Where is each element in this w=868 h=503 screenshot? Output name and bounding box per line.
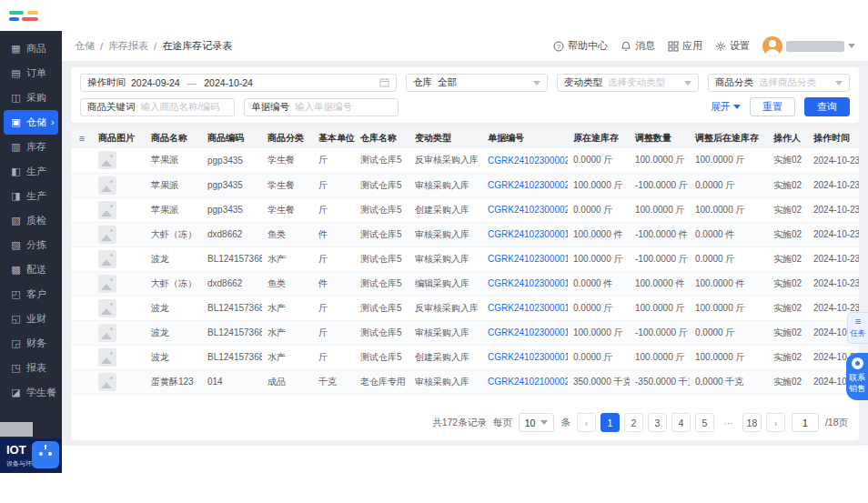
table-row[interactable]: 苹果派pgp3435学生餐斤测试仓库5反审核采购入库CGRK2410230000… xyxy=(71,148,859,173)
pager-page-18[interactable]: 18 xyxy=(742,413,762,432)
change-type-select[interactable]: 变动类型 选择变动类型 xyxy=(557,74,699,92)
cell-before: 100.0000 斤 xyxy=(568,246,630,271)
sidebar-item-orders[interactable]: ▤订单 xyxy=(4,61,58,86)
task-float-button[interactable]: ≡ 任务 xyxy=(847,312,868,344)
pager-prev-button[interactable]: ‹ xyxy=(577,413,596,432)
breadcrumb-item-warehouse[interactable]: 仓储 xyxy=(75,39,95,53)
cell-unit: 千克 xyxy=(313,369,355,394)
cell-before: 0.0000 斤 xyxy=(568,148,630,173)
cell-before: 0.0000 件 xyxy=(568,271,630,296)
doc-no-link[interactable]: CGRK24102300001 xyxy=(488,278,568,288)
sidebar-item-sorting[interactable]: ▨分拣 xyxy=(4,233,58,257)
cell-after: 100.0000 斤 xyxy=(690,148,768,173)
product-image-placeholder xyxy=(98,299,116,317)
product-image-placeholder xyxy=(98,226,116,244)
iot-section[interactable]: IOT 设备与环境 xyxy=(0,438,62,473)
pager-page-4[interactable]: 4 xyxy=(671,413,691,432)
sidebar-item-inventory[interactable]: ▥库存 xyxy=(4,135,58,159)
filter-card: 操作时间 2024-09-24 — 2024-10-24 仓库 全部 xyxy=(71,67,859,123)
per-page-value: 10 xyxy=(525,417,536,428)
pager-page-5[interactable]: 5 xyxy=(695,413,714,432)
sidebar-item-production-2[interactable]: ◨生产 xyxy=(4,184,58,208)
header-actions: ? 帮助中心 消息 应用 xyxy=(553,36,855,56)
cell-change_type: 编辑采购入库 xyxy=(409,271,482,296)
doc-no-label: 单据编号 xyxy=(251,101,289,114)
filter-row-1: 操作时间 2024-09-24 — 2024-10-24 仓库 全部 xyxy=(80,74,850,92)
column-header: 操作时间 xyxy=(808,128,859,148)
sidebar-item-finance[interactable]: ◲财务 xyxy=(4,331,58,356)
doc-no-link[interactable]: CGRK24102300002 xyxy=(488,156,568,166)
sidebar-item-purchase[interactable]: ◫采购 xyxy=(4,86,58,110)
doc-no-link[interactable]: CGRK24102300002 xyxy=(488,180,568,190)
doc-no-link[interactable]: CGRK24102300001 xyxy=(488,327,568,337)
keyword-input[interactable]: 商品关键词 输入商品名称/编码 xyxy=(80,98,235,116)
sidebar-item-quality[interactable]: ▧质检 xyxy=(4,208,58,233)
doc-no-link[interactable]: CGRK24102300001 xyxy=(488,352,568,362)
pager-next-button[interactable]: › xyxy=(766,413,785,432)
doc-no-link[interactable]: CGRK24102300001 xyxy=(488,303,568,313)
table-row[interactable]: 大虾（冻）dxd8662鱼类件测试仓库5编辑采购入库CGRK2410230000… xyxy=(71,271,859,296)
inventory-icon: ▥ xyxy=(10,141,22,153)
table-row[interactable]: 波龙BL124157368水产斤测试仓库5审核采购入库CGRK241023000… xyxy=(71,320,859,345)
category-select[interactable]: 商品分类 选择商品分类 xyxy=(708,74,850,92)
table-row[interactable]: 波龙BL124157368水产斤测试仓库5审核采购入库CGRK241023000… xyxy=(71,246,859,271)
contact-sales-float-button[interactable]: 联系销售 xyxy=(846,353,868,400)
cell-adjust: 100.0000 件 xyxy=(630,271,690,296)
table-row[interactable]: 苹果派pgp3435学生餐斤测试仓库5审核采购入库CGRK24102300002… xyxy=(71,173,859,197)
expand-filters-button[interactable]: 展开 xyxy=(711,100,741,114)
per-page-unit: 条 xyxy=(560,417,570,429)
sidebar-item-biz-finance[interactable]: ◱业财 xyxy=(4,307,58,331)
sidebar-item-reports[interactable]: ◳报表 xyxy=(4,356,58,380)
date-from-value: 2024-09-24 xyxy=(131,77,180,88)
page-jump-input[interactable]: 1 xyxy=(792,413,819,432)
settings-button[interactable]: 设置 xyxy=(715,39,750,53)
cell-after: 100.0000 斤 xyxy=(690,296,768,320)
query-button[interactable]: 查询 xyxy=(804,97,850,116)
calendar-icon xyxy=(379,77,389,89)
table-row[interactable]: 波龙BL124157368水产斤测试仓库5反审核采购入库CGRK24102300… xyxy=(71,296,859,320)
help-center-button[interactable]: ? 帮助中心 xyxy=(553,39,608,53)
sidebar-item-warehouse[interactable]: ▣仓储› xyxy=(4,110,58,135)
sidebar-item-label: 生产 xyxy=(26,189,46,203)
doc-no-link[interactable]: CGRK24102300002 xyxy=(488,205,568,215)
pager-page-2[interactable]: 2 xyxy=(624,413,643,432)
help-icon: ? xyxy=(553,41,564,52)
content-area: 操作时间 2024-09-24 — 2024-10-24 仓库 全部 xyxy=(62,62,868,446)
cell-before: 350.0000 千克 xyxy=(568,369,630,394)
sorting-icon: ▨ xyxy=(10,239,22,251)
doc-no-link[interactable]: CGRK24102100002 xyxy=(488,377,568,387)
table-row[interactable]: 蛋黄酥123014成品千克老仓库专用审核采购入库CGRK241021000023… xyxy=(71,369,859,394)
cell-category: 水产 xyxy=(262,296,313,320)
cell-after: 0.0000 斤 xyxy=(690,320,768,345)
apps-button[interactable]: 应用 xyxy=(668,39,702,53)
per-page-select[interactable]: 10 xyxy=(519,413,555,432)
table-row[interactable]: 波龙BL124157368水产斤测试仓库5创建采购入库CGRK241023000… xyxy=(71,345,859,369)
sidebar-item-production-1[interactable]: ◧生产 xyxy=(4,159,58,184)
cell-unit: 斤 xyxy=(313,148,355,173)
table-row[interactable]: 苹果派pgp3435学生餐斤测试仓库5创建采购入库CGRK24102300002… xyxy=(71,197,859,222)
cell-unit: 件 xyxy=(313,271,355,296)
user-menu[interactable] xyxy=(762,36,855,56)
breadcrumb-separator: / xyxy=(154,41,156,52)
chevron-down-icon xyxy=(848,44,855,48)
cell-operator: 实施02 xyxy=(768,369,808,394)
breadcrumb-item-inventory-reports[interactable]: 库存报表 xyxy=(108,39,148,53)
column-settings-icon[interactable]: ≡ xyxy=(71,128,93,148)
reset-button[interactable]: 重置 xyxy=(750,97,795,116)
cell-before: 0.0000 斤 xyxy=(568,296,630,320)
sidebar-item-delivery[interactable]: ▩配送 xyxy=(4,257,58,282)
sidebar-item-goods[interactable]: ▦商品 xyxy=(4,36,58,61)
pager-page-3[interactable]: 3 xyxy=(648,413,667,432)
messages-button[interactable]: 消息 xyxy=(621,39,655,53)
doc-no-placeholder: 输入单据编号 xyxy=(295,101,352,114)
cell-category: 成品 xyxy=(262,369,313,394)
date-range-picker[interactable]: 操作时间 2024-09-24 — 2024-10-24 xyxy=(80,74,397,92)
warehouse-select[interactable]: 仓库 全部 xyxy=(406,74,548,92)
pager-page-1[interactable]: 1 xyxy=(601,413,620,432)
doc-no-link[interactable]: CGRK24102300001 xyxy=(488,254,568,264)
sidebar-item-customer[interactable]: ◰客户 xyxy=(4,282,58,307)
doc-no-link[interactable]: CGRK24102300001 xyxy=(488,229,568,239)
table-row[interactable]: 大虾（冻）dxd8662鱼类件测试仓库5审核采购入库CGRK2410230000… xyxy=(71,222,859,246)
sidebar-item-student-meal[interactable]: ◪学生餐 xyxy=(4,380,58,405)
doc-no-input[interactable]: 单据编号 输入单据编号 xyxy=(244,98,399,116)
